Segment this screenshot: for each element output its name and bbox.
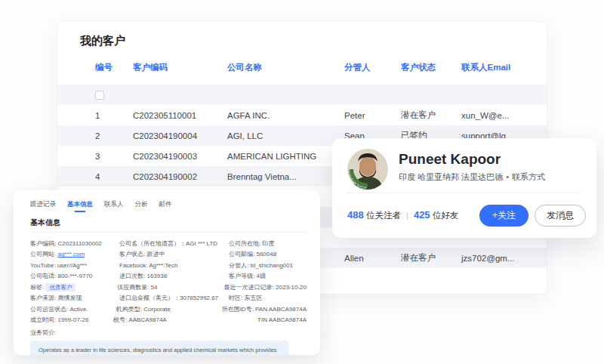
field-row: 标签: 优质客户 供应商数量: 54 最近一次进口记录: 2023-10-20: [30, 282, 307, 293]
field-row: 客户来源: 商情发现 进口总金额（美元）：307852992.67 时区: 东五…: [30, 293, 307, 304]
tab-contacts[interactable]: 联系人: [104, 200, 124, 212]
section-title: 基本信息: [30, 217, 307, 228]
tab-mail[interactable]: 邮件: [159, 200, 172, 212]
send-message-button[interactable]: 发消息: [535, 205, 586, 227]
field-label: 公司名（所在地语言）：: [119, 240, 186, 247]
followers-count: 488: [347, 209, 364, 221]
followers-label: 位关注者: [366, 211, 401, 220]
field-row: 公司运营状态: Active 机构类型: Corporate 所在国ID号: P…: [30, 304, 307, 315]
field-label: 税号:: [113, 316, 127, 323]
dot-separator: •: [506, 172, 509, 181]
table-row[interactable]: 1 C202305110001 AGFA INC. Peter 潜在客户 xun…: [57, 105, 547, 125]
field-value: Ag***.Tech: [149, 262, 177, 269]
contact-location: 印度 哈里亚纳邦 法里达巴德: [399, 172, 503, 181]
field-label: 公司所在地:: [229, 240, 260, 247]
field-value: Corporate: [143, 306, 171, 313]
field-row: YouTube: user//Ag*** Facebook: Ag***.Tec…: [30, 260, 307, 271]
field-value: 163938: [146, 273, 167, 279]
col-header-no: 编号: [95, 62, 133, 73]
field-value: 54: [151, 284, 158, 291]
field-row: 公司网站: ag***.com 客户状态: 跟进中 公司邮编: 560048: [30, 249, 307, 261]
field-label: 标签:: [30, 284, 44, 291]
field-label: 客户等级:: [229, 273, 254, 279]
follower-stats: 488 位关注者|425 位好友: [347, 209, 458, 221]
field-value: 307852992.67: [180, 295, 218, 301]
field-label: 客户状态:: [119, 251, 145, 258]
business-intro-text: Operates as a leader in life sciences, d…: [30, 341, 288, 355]
cell-email: jzs702@gm...: [461, 254, 544, 263]
field-label: 所在国ID号:: [222, 306, 254, 313]
col-header-company: 公司名称: [227, 62, 344, 73]
cell-company: Brenntag Vietna...: [227, 172, 344, 181]
cell-no: 1: [95, 111, 133, 120]
field-label: 公司网站:: [30, 251, 56, 258]
cell-company: AGFA INC.: [227, 111, 344, 120]
field-label: 公司电话:: [30, 273, 56, 279]
field-value: AGI *** LTD: [186, 240, 217, 247]
col-header-code: 客户编码: [133, 62, 227, 73]
field-label: 进口次数:: [119, 273, 145, 279]
cell-company: AMERICAN LIGHTING: [227, 152, 344, 161]
field-label: YouTube:: [30, 262, 56, 269]
field-value: 560048: [256, 251, 276, 258]
field-label: Facebook:: [119, 262, 147, 269]
field-value: 2023-10-20: [276, 284, 307, 291]
field-row: 成立时间: 1999-07-26 税号: AABCA9874A TIN AABC…: [30, 315, 307, 326]
follow-button[interactable]: +关注: [479, 205, 528, 227]
cell-company: AGI, LLC: [227, 131, 344, 140]
field-label: 进口总金额（美元）：: [119, 295, 180, 301]
company-website-link[interactable]: ag***.com: [57, 251, 85, 258]
tab-basic-info[interactable]: 基本信息: [67, 200, 93, 212]
cell-code: C202304190004: [133, 131, 227, 140]
field-value: 东五区: [244, 295, 262, 301]
cell-manager: Peter: [344, 111, 401, 120]
field-label: 客户来源:: [30, 295, 56, 301]
cell-code: C202304190003: [133, 152, 227, 161]
cell-no: 4: [95, 172, 133, 181]
customer-detail-panel: 跟进记录 基本信息 联系人 分析 邮件 基本信息 客户编码: C20231103…: [14, 190, 320, 355]
basic-info-fields: 客户编码: C202311030002 公司名（所在地语言）：AGI *** L…: [30, 238, 307, 325]
table-header-row: 编号 客户编码 公司名称 分管人 客户状态 联系人Email: [57, 59, 547, 76]
field-value: 印度: [262, 240, 274, 247]
quality-customer-tag: 优质客户: [45, 283, 76, 292]
field-value: 商情发现: [57, 295, 82, 301]
field-row: 公司电话: 800-***-9770 进口次数: 163938 客户等级: 4级: [30, 271, 307, 282]
field-value: 跟进中: [146, 251, 165, 258]
tab-analysis[interactable]: 分析: [135, 200, 148, 212]
select-all-row: [57, 85, 547, 105]
field-label: 机构类型:: [116, 306, 142, 313]
field-value: C202311030002: [57, 240, 102, 247]
field-value: AABCA9874A: [128, 316, 166, 323]
profile-footer: 488 位关注者|425 位好友 +关注 发消息: [347, 193, 586, 238]
cell-status: 潜在客户: [401, 252, 461, 264]
cell-status: 潜在客户: [401, 110, 461, 121]
contact-methods-link[interactable]: 联系方式: [512, 172, 545, 181]
cell-code: C202304190002: [133, 172, 227, 181]
field-value: user//Ag***: [57, 262, 87, 269]
field-value: PAN AABCA9874A: [255, 306, 307, 313]
tab-follow-records[interactable]: 跟进记录: [30, 200, 56, 212]
divider: [30, 232, 307, 233]
field-label: 公司运营状态:: [30, 306, 68, 313]
col-header-email: 联系人Email: [461, 62, 544, 73]
crm-screen: 我的客户 编号 客户编码 公司名称 分管人 客户状态 联系人Email 1 C2…: [0, 0, 604, 364]
field-value: td_shichang001: [250, 262, 293, 269]
business-intro-label: 业务简介:: [30, 329, 307, 337]
friends-count: 425: [414, 209, 430, 221]
field-label: 公司邮编:: [229, 251, 254, 258]
cell-email: xun_W@e...: [461, 111, 544, 120]
stats-separator: |: [406, 211, 408, 220]
cell-no: 2: [95, 131, 133, 140]
field-value: 1999-07-26: [57, 316, 88, 323]
field-label: 成立时间:: [30, 316, 56, 323]
field-label: 分管人:: [229, 262, 248, 269]
field-value: 800-***-9770: [57, 273, 92, 279]
detail-tabs: 跟进记录 基本信息 联系人 分析 邮件: [30, 200, 307, 212]
contact-name: Puneet Kapoor: [399, 151, 501, 168]
select-all-checkbox[interactable]: [95, 91, 104, 100]
field-label: 供应商数量:: [117, 284, 149, 291]
field-value: TIN AABCA9874A: [257, 316, 307, 323]
contact-profile-card: #OPENTOWORK Puneet Kapoor 印度 哈里亚纳邦 法里达巴德…: [332, 138, 596, 238]
field-value: 4级: [256, 273, 265, 279]
field-label: 最近一次进口记录:: [224, 284, 274, 291]
